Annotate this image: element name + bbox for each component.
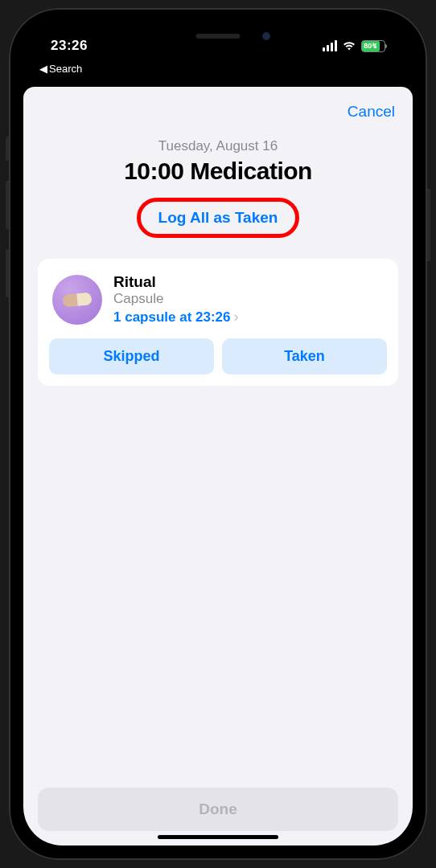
taken-button[interactable]: Taken bbox=[222, 338, 387, 375]
medication-form: Capsule bbox=[113, 291, 384, 307]
battery-icon: 80↯ bbox=[361, 40, 385, 52]
schedule-title: 10:00 Medication bbox=[23, 158, 413, 185]
pill-icon bbox=[52, 275, 102, 325]
signal-icon bbox=[323, 40, 337, 51]
back-to-search-link[interactable]: ◀ Search bbox=[39, 63, 82, 75]
medication-name: Ritual bbox=[113, 273, 384, 291]
done-button[interactable]: Done bbox=[38, 788, 398, 831]
cancel-button[interactable]: Cancel bbox=[348, 103, 395, 121]
chevron-left-icon: ◀ bbox=[39, 63, 47, 75]
notch bbox=[134, 23, 302, 50]
screen: 23:26 80↯ ◀ Search bbox=[23, 23, 413, 845]
home-indicator[interactable] bbox=[158, 835, 278, 839]
highlight-annotation: Log All as Taken bbox=[137, 198, 300, 238]
medication-card: Ritual Capsule 1 capsule at 23:26 › Skip… bbox=[38, 259, 398, 386]
wifi-icon bbox=[342, 40, 356, 51]
skipped-button[interactable]: Skipped bbox=[49, 338, 214, 375]
medication-row[interactable]: Ritual Capsule 1 capsule at 23:26 › bbox=[49, 273, 387, 338]
medication-sheet: Cancel Tuesday, August 16 10:00 Medicati… bbox=[23, 87, 413, 845]
phone-frame: 23:26 80↯ ◀ Search bbox=[9, 8, 427, 860]
log-all-as-taken-button[interactable]: Log All as Taken bbox=[150, 204, 286, 231]
back-label: Search bbox=[49, 63, 82, 75]
status-time: 23:26 bbox=[51, 38, 88, 54]
chevron-right-icon: › bbox=[234, 309, 239, 326]
medication-dose-link[interactable]: 1 capsule at 23:26 › bbox=[113, 309, 384, 326]
date-label: Tuesday, August 16 bbox=[23, 138, 413, 154]
